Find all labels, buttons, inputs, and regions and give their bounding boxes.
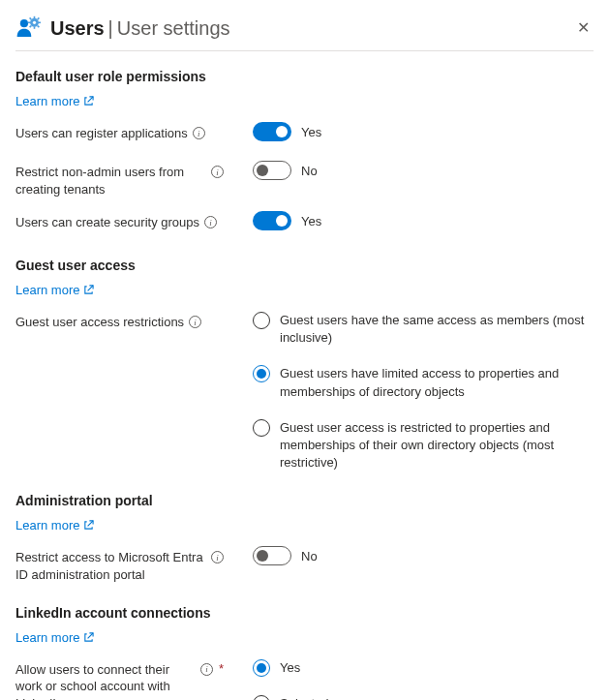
radio-guest-option-1[interactable]: Guest users have limited access to prope… (253, 364, 594, 400)
learn-more-label: Learn more (15, 94, 79, 108)
radio-group-guest: Guest users have the same access as memb… (253, 311, 594, 472)
svg-line-7 (30, 17, 32, 19)
label-register-apps: Users can register applications (15, 125, 188, 142)
toggle-value-register-apps: Yes (301, 125, 321, 139)
svg-line-9 (38, 17, 40, 19)
toggle-value-restrict-portal: No (301, 549, 318, 563)
radio-label: Yes (280, 658, 300, 677)
radio-icon (253, 419, 270, 437)
radio-group-linkedin: Yes Selected group (253, 658, 594, 701)
external-link-icon (83, 520, 94, 531)
radio-linkedin-option-0[interactable]: Yes (253, 658, 594, 677)
row-security-groups: Users can create security groups i Yes (15, 211, 594, 236)
external-link-icon (83, 96, 94, 107)
radio-icon (253, 659, 270, 677)
svg-line-8 (38, 26, 40, 28)
label-restrict-tenants: Restrict non-admin users from creating t… (15, 164, 206, 198)
section-admin-portal-heading: Administration portal (15, 493, 594, 508)
svg-point-0 (20, 19, 28, 27)
section-guest-heading: Guest user access (15, 258, 594, 273)
section-linkedin-heading: LinkedIn account connections (15, 605, 594, 621)
radio-label: Guest users have limited access to prope… (280, 364, 594, 400)
page-subtitle: User settings (117, 17, 230, 40)
info-icon[interactable]: i (204, 216, 217, 228)
info-icon[interactable]: i (211, 551, 224, 563)
learn-more-label: Learn more (15, 518, 79, 533)
info-icon[interactable]: i (193, 127, 205, 139)
page-title: Users (50, 17, 105, 40)
learn-more-admin-portal[interactable]: Learn more (15, 518, 94, 533)
learn-more-default-role[interactable]: Learn more (15, 94, 94, 108)
label-linkedin-allow: Allow users to connect their work or sch… (15, 661, 196, 701)
external-link-icon (83, 632, 94, 643)
info-icon[interactable]: i (189, 316, 201, 328)
row-restrict-tenants: Restrict non-admin users from creating t… (15, 161, 594, 198)
learn-more-label: Learn more (15, 630, 79, 645)
svg-point-2 (33, 21, 36, 24)
row-restrict-portal: Restrict access to Microsoft Entra ID ad… (15, 546, 594, 583)
label-restrict-portal: Restrict access to Microsoft Entra ID ad… (15, 549, 206, 583)
learn-more-label: Learn more (15, 283, 79, 297)
radio-icon (253, 365, 270, 382)
toggle-restrict-tenants[interactable] (253, 161, 291, 180)
radio-icon (253, 695, 270, 700)
toggle-security-groups[interactable] (253, 211, 291, 230)
info-icon[interactable]: i (200, 663, 213, 676)
radio-guest-option-0[interactable]: Guest users have the same access as memb… (253, 311, 594, 347)
row-register-apps: Users can register applications i Yes (15, 122, 594, 147)
panel-header: Users | User settings ✕ (15, 10, 594, 51)
learn-more-linkedin[interactable]: Learn more (15, 630, 94, 645)
user-settings-panel: Users | User settings ✕ Default user rol… (0, 0, 609, 700)
radio-icon (253, 312, 270, 329)
row-guest-restrictions: Guest user access restrictions i Guest u… (15, 311, 594, 472)
title-separator: | (108, 17, 113, 40)
radio-label: Guest users have the same access as memb… (280, 311, 594, 347)
users-gear-icon (15, 15, 41, 41)
toggle-value-security-groups: Yes (301, 214, 321, 228)
external-link-icon (83, 285, 94, 295)
toggle-register-apps[interactable] (253, 122, 291, 141)
info-icon[interactable]: i (211, 166, 224, 178)
section-default-role-heading: Default user role permissions (15, 69, 594, 84)
label-guest-restrictions: Guest user access restrictions (15, 314, 184, 331)
learn-more-guest[interactable]: Learn more (15, 283, 94, 297)
radio-linkedin-option-1[interactable]: Selected group (253, 694, 594, 700)
label-security-groups: Users can create security groups (15, 214, 199, 231)
svg-line-10 (30, 26, 32, 28)
radio-label: Selected group (280, 694, 364, 700)
toggle-value-restrict-tenants: No (301, 164, 318, 178)
radio-label: Guest user access is restricted to prope… (280, 418, 594, 472)
toggle-restrict-portal[interactable] (253, 546, 291, 565)
row-linkedin-allow: Allow users to connect their work or sch… (15, 658, 594, 701)
radio-guest-option-2[interactable]: Guest user access is restricted to prope… (253, 418, 594, 472)
close-icon[interactable]: ✕ (573, 16, 594, 40)
